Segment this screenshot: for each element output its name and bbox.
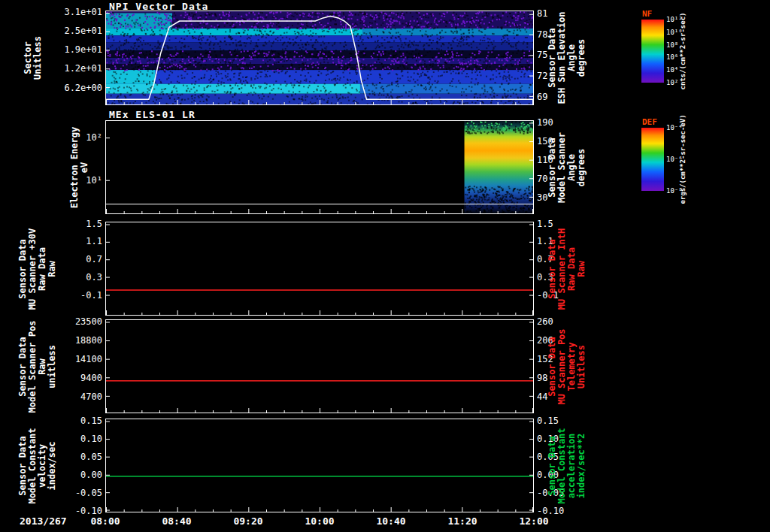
panel-title-els: MEx ELS-01 LR — [109, 109, 196, 120]
y-tick-label-left: 2.5e+01 — [38, 26, 102, 36]
rotated-axis-label-text: cnts/(cm**2-sr-sec) — [678, 13, 688, 90]
rotated-axis-label-text: Sensor Data MU Scanner +30V Raw Data Raw — [18, 228, 57, 309]
npi-spectrogram-canvas — [106, 11, 533, 104]
y-tick-label-left: 6.2e+00 — [38, 83, 102, 93]
els-spectrogram-canvas — [106, 121, 533, 213]
x-tick-label: 11:20 — [447, 515, 477, 527]
x-tick-label: 10:00 — [305, 515, 334, 527]
rotated-axis-label-text: ergs/(cm**2-sr-sec-eV) — [678, 114, 688, 204]
line-panel-mu-scanner-30v — [105, 222, 534, 316]
model-constant-canvas — [106, 419, 533, 512]
y-tick-label-right: 260 — [537, 316, 579, 327]
y-tick-label-left: 1.9e+01 — [38, 44, 102, 55]
y-tick-label-left: 1.5 — [38, 219, 102, 229]
spectrogram-panel-els — [105, 120, 534, 214]
x-tick-label: 10:40 — [376, 515, 405, 527]
y-tick-label-left: 0.15 — [38, 416, 102, 426]
model-scanner-pos-canvas — [106, 320, 533, 413]
colorbar-def — [641, 128, 664, 191]
rotated-axis-label-text: Sensor Data Model Constant velocity inde… — [18, 428, 57, 503]
x-tick-label: 09:20 — [233, 515, 262, 527]
colorbar-nf — [641, 20, 664, 83]
y-tick-label-left: -0.10 — [38, 506, 102, 516]
x-axis-date-label: 2013/267 — [20, 515, 67, 527]
science-plot-screen: NPI Vector Data MEx ELS-01 LR 2013/267 N… — [0, 0, 770, 532]
rotated-axis-label-text: Sensor Data ESH Sun Elevation Angle degr… — [547, 12, 587, 104]
rotated-axis-label-text: Sensor Data Model Constant acceleration … — [547, 428, 587, 503]
rotated-axis-label-text: Sensor Data Model Scanner Pos Raw unitle… — [18, 320, 57, 413]
y-tick-label-right: 0.15 — [537, 416, 579, 426]
y-tick-label-left: 3.1e+01 — [38, 7, 102, 17]
y-tick-label-right: -0.10 — [537, 506, 579, 516]
mu-scanner-30v-canvas — [106, 222, 533, 315]
line-panel-model-scanner-pos — [105, 319, 534, 413]
colorbar-def-title: DEF — [642, 117, 657, 127]
colorbar-nf-title: NF — [642, 9, 652, 19]
rotated-axis-label-text: Sensor Data MU Scanner Pos Telemetry Uni… — [547, 328, 587, 404]
rotated-axis-label-text: Sensor Data MU Scanner IntH Raw Data Raw — [547, 228, 587, 309]
y-tick-label-right: 190 — [537, 117, 579, 128]
rotated-axis-label-text: Electron Energy eV — [70, 126, 89, 207]
x-tick-label: 08:00 — [90, 515, 120, 527]
x-tick-label: 12:00 — [519, 515, 548, 527]
rotated-axis-label-text: Sector Unitless — [23, 36, 43, 80]
rotated-axis-label-text: Sensor Data Model Scanner Angle degrees — [547, 132, 587, 203]
y-tick-label-left: 1.2e+01 — [38, 63, 102, 74]
line-panel-model-constant — [105, 419, 534, 512]
x-tick-label: 08:40 — [162, 515, 191, 527]
y-tick-label-right: 1.5 — [537, 219, 579, 229]
spectrogram-panel-npi — [105, 11, 534, 105]
